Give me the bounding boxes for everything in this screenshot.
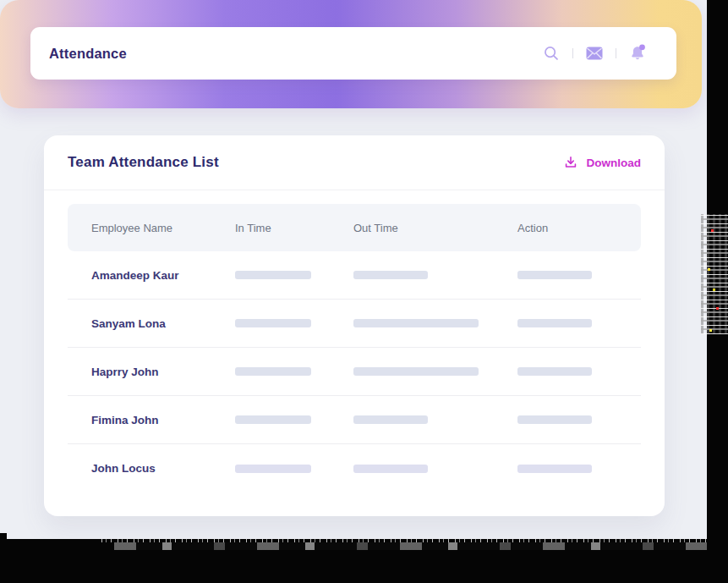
column-out-time: Out Time [353,222,517,234]
in-time-placeholder [235,465,311,473]
mail-icon [584,43,605,63]
column-in-time: In Time [235,222,353,234]
app-header: Attendance [0,0,702,108]
out-time-cell [353,316,517,331]
out-time-placeholder [353,415,428,424]
download-button[interactable]: Download [562,154,642,171]
icon-separator [616,48,616,58]
in-time-cell [235,461,353,476]
out-time-placeholder [353,367,479,376]
table-row: Amandeep Kaur [68,251,641,300]
in-time-cell [235,364,353,379]
action-placeholder [517,367,592,376]
table-row: Sanyam Lona [68,300,641,348]
card-title: Team Attendance List [68,154,219,171]
employee-name: Fimina John [91,414,235,426]
action-cell [517,461,641,476]
team-attendance-card: Team Attendance List Download Employee N… [44,135,665,516]
topbar: Attendance [30,27,676,80]
out-time-cell [353,364,517,379]
column-employee-name: Employee Name [91,222,235,234]
in-time-placeholder [235,415,311,424]
action-cell [517,364,641,379]
action-placeholder [517,319,592,327]
table-row: Haprry John [68,348,641,396]
table-row: Fimina John [68,396,641,444]
action-placeholder [517,415,592,424]
employee-name: Sanyam Lona [91,317,235,330]
attendance-table: Employee Name In Time Out Time Action Am… [68,204,641,492]
search-button[interactable] [541,43,561,63]
download-icon [562,154,579,171]
notification-bell-icon [627,43,648,63]
in-time-placeholder [235,319,311,327]
employee-name: John Locus [91,462,235,475]
in-time-cell [235,267,353,283]
glitch-notch-bottom-left [0,533,7,540]
glitch-band-bottom [0,539,728,583]
table-body: Amandeep KaurSanyam LonaHaprry JohnFimin… [68,251,641,492]
in-time-cell [235,316,353,331]
table-row: John Locus [68,444,641,492]
icon-separator [572,48,573,58]
glitch-noise-right [701,214,728,334]
in-time-placeholder [235,367,311,376]
action-cell [517,316,641,331]
action-cell [517,412,641,427]
action-placeholder [517,271,592,279]
screen: Attendance [0,0,728,583]
download-label: Download [587,157,642,169]
action-placeholder [517,465,592,473]
out-time-placeholder [353,319,479,327]
out-time-cell [353,412,517,427]
employee-name: Amandeep Kaur [91,269,235,282]
card-header: Team Attendance List Download [44,135,665,190]
mail-button[interactable] [584,43,605,63]
employee-name: Haprry John [91,366,235,378]
in-time-cell [235,412,353,427]
page-title: Attendance [49,46,127,62]
topbar-icons [541,43,648,63]
notification-badge [639,44,645,50]
table-header-row: Employee Name In Time Out Time Action [68,204,641,251]
out-time-cell [353,461,517,476]
notifications-button[interactable] [627,43,648,63]
action-cell [517,267,641,283]
out-time-placeholder [353,271,428,279]
in-time-placeholder [235,271,311,279]
out-time-cell [353,267,517,283]
out-time-placeholder [353,465,428,473]
column-action: Action [517,222,641,234]
search-icon [542,44,561,63]
